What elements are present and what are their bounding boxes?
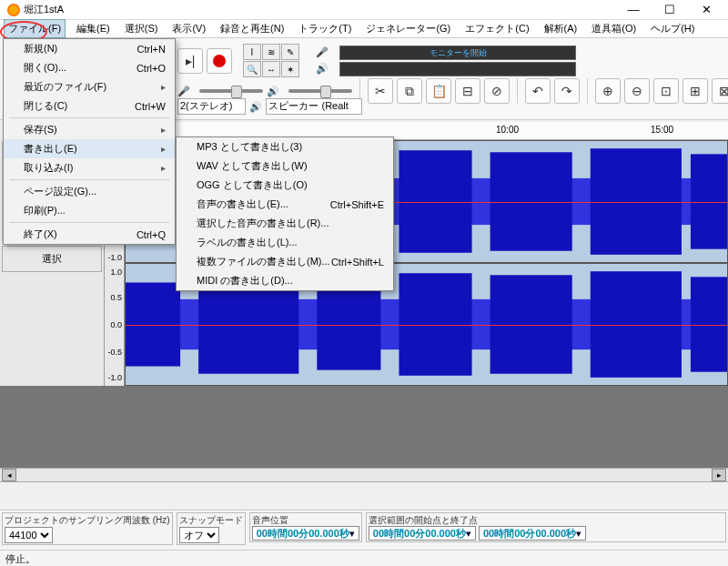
status-bar: 停止。 — [0, 550, 728, 566]
selection-tool[interactable]: I — [243, 44, 261, 60]
project-rate-group: プロジェクトのサンプリング周波数 (Hz) 44100 — [2, 512, 173, 545]
cursor-tools: I ≋ ✎ 🔍 ↔ ✶ — [243, 44, 299, 77]
zoom-tool[interactable]: 🔍 — [243, 61, 261, 77]
minimize-button[interactable]: — — [615, 0, 652, 20]
copy-button[interactable]: ⧉ — [397, 78, 422, 104]
selection-start-display[interactable]: 00時間00分00.000秒▾ — [369, 526, 476, 541]
menu-export[interactable]: 書き出し(E)▸ — [4, 139, 175, 158]
horizontal-scrollbar[interactable]: ◂ ▸ — [0, 468, 728, 482]
record-button[interactable] — [207, 48, 232, 74]
status-text: 停止。 — [5, 553, 35, 564]
mic-slider-icon: 🎤 — [177, 86, 190, 97]
envelope-tool[interactable]: ≋ — [262, 44, 280, 60]
menu-file[interactable]: ファイル(F) — [4, 19, 66, 38]
play-volume-slider[interactable] — [288, 89, 352, 93]
export-selection[interactable]: 選択した音声の書き出し(R)... — [177, 214, 393, 233]
empty-track-area[interactable] — [0, 386, 728, 468]
meter-speaker-icon[interactable]: 🔊 — [316, 63, 329, 75]
fit-project-button[interactable]: ⊞ — [682, 78, 708, 104]
device-bar: 2(ステレオ) 🔊 スピーカー (Realt — [177, 98, 362, 115]
time-shift-tool[interactable]: ↔ — [262, 61, 280, 77]
export-ogg[interactable]: OGG として書き出し(O) — [177, 176, 393, 195]
time-mark-10: 10:00 — [496, 125, 519, 135]
export-submenu: MP3 として書き出し(3) WAV として書き出し(W) OGG として書き出… — [176, 136, 394, 291]
menu-recent[interactable]: 最近のファイル(F)▸ — [4, 77, 175, 96]
zoom-out-button[interactable]: ⊖ — [624, 78, 650, 104]
menubar: ファイル(F) 編集(E) 選択(S) 表示(V) 録音と再生(N) トラック(… — [0, 20, 728, 38]
undo-button[interactable]: ↶ — [525, 78, 551, 104]
trim-button[interactable]: ⊟ — [455, 78, 480, 104]
menu-edit[interactable]: 編集(E) — [73, 20, 114, 37]
menu-tracks[interactable]: トラック(T) — [295, 20, 355, 37]
project-rate-select[interactable]: 44100 — [5, 527, 53, 543]
zoom-toggle-button[interactable]: ⊠ — [712, 78, 728, 104]
snap-group: スナップモード オフ — [177, 512, 246, 545]
menu-transport[interactable]: 録音と再生(N) — [217, 20, 288, 37]
export-wav[interactable]: WAV として書き出し(W) — [177, 157, 393, 176]
skip-end-button[interactable]: ▸| — [177, 48, 203, 74]
audio-position-display[interactable]: 00時間00分00.000秒▾ — [252, 526, 359, 541]
track-select-button[interactable]: 選択 — [2, 246, 102, 272]
output-icon: 🔊 — [249, 101, 262, 113]
menu-effect[interactable]: エフェクト(C) — [461, 20, 532, 37]
selection-bar: プロジェクトのサンプリング周波数 (Hz) 44100 スナップモード オフ 音… — [0, 510, 728, 550]
paste-button[interactable]: 📋 — [426, 78, 451, 104]
export-labels[interactable]: ラベルの書き出し(L)... — [177, 233, 393, 252]
menu-new[interactable]: 新規(N)Ctrl+N — [4, 39, 175, 58]
silence-button[interactable]: ⊘ — [484, 78, 510, 104]
app-icon — [7, 4, 20, 16]
time-mark-15: 15:00 — [651, 125, 673, 135]
export-audio[interactable]: 音声の書き出し(E)...Ctrl+Shift+E — [177, 195, 393, 214]
menu-save[interactable]: 保存(S)▸ — [4, 120, 175, 139]
menu-open[interactable]: 開く(O)...Ctrl+O — [4, 58, 175, 77]
meter-label: モニターを開始 — [430, 47, 487, 59]
play-meter[interactable] — [339, 62, 576, 76]
draw-tool[interactable]: ✎ — [281, 44, 299, 60]
menu-import[interactable]: 取り込み(I)▸ — [4, 158, 175, 177]
window-title: 堀江1stA — [24, 3, 64, 16]
export-multiple[interactable]: 複数ファイルの書き出し(M)...Ctrl+Shift+L — [177, 252, 393, 271]
scroll-right-button[interactable]: ▸ — [712, 469, 726, 481]
file-menu-dropdown: 新規(N)Ctrl+N 開く(O)...Ctrl+O 最近のファイル(F)▸ 閉… — [3, 38, 176, 245]
output-device-select[interactable]: スピーカー (Realt — [266, 98, 361, 115]
menu-page-setup[interactable]: ページ設定(G)... — [4, 182, 175, 201]
snap-select[interactable]: オフ — [179, 527, 219, 543]
menu-select[interactable]: 選択(S) — [121, 20, 162, 37]
cut-button[interactable]: ✂ — [368, 78, 393, 104]
titlebar: 堀江1stA — ☐ ✕ — [0, 0, 728, 20]
record-channels-select[interactable]: 2(ステレオ) — [177, 98, 246, 115]
export-mp3[interactable]: MP3 として書き出し(3) — [177, 137, 393, 157]
selection-range-group: 選択範囲の開始点と終了点 00時間00分00.000秒▾ 00時間00分00.0… — [366, 512, 726, 542]
audio-position-group: 音声位置 00時間00分00.000秒▾ — [249, 512, 362, 542]
meter-mic-icon[interactable]: 🎤 — [316, 46, 329, 58]
menu-analyze[interactable]: 解析(A) — [541, 20, 581, 37]
fit-selection-button[interactable]: ⊡ — [653, 78, 679, 104]
close-button[interactable]: ✕ — [688, 0, 724, 20]
export-midi[interactable]: MIDI の書き出し(D)... — [177, 271, 393, 290]
menu-view[interactable]: 表示(V) — [168, 20, 209, 37]
record-meter[interactable]: モニターを開始 — [339, 45, 576, 60]
redo-button[interactable]: ↷ — [554, 78, 580, 104]
zoom-in-button[interactable]: ⊕ — [595, 78, 621, 104]
menu-exit[interactable]: 終了(X)Ctrl+Q — [4, 225, 175, 244]
menu-print[interactable]: 印刷(P)... — [4, 201, 175, 220]
maximize-button[interactable]: ☐ — [652, 0, 688, 20]
mic-volume-slider[interactable] — [199, 89, 263, 93]
menu-close[interactable]: 閉じる(C)Ctrl+W — [4, 96, 175, 116]
menu-generate[interactable]: ジェネレーター(G) — [362, 20, 454, 37]
menu-tools[interactable]: 道具箱(O) — [588, 20, 640, 37]
selection-end-display[interactable]: 00時間00分00.000秒▾ — [479, 526, 586, 541]
scroll-left-button[interactable]: ◂ — [2, 469, 16, 481]
menu-help[interactable]: ヘルプ(H) — [647, 20, 698, 37]
multi-tool[interactable]: ✶ — [281, 61, 299, 77]
speaker-slider-icon: 🔊 — [267, 86, 279, 97]
